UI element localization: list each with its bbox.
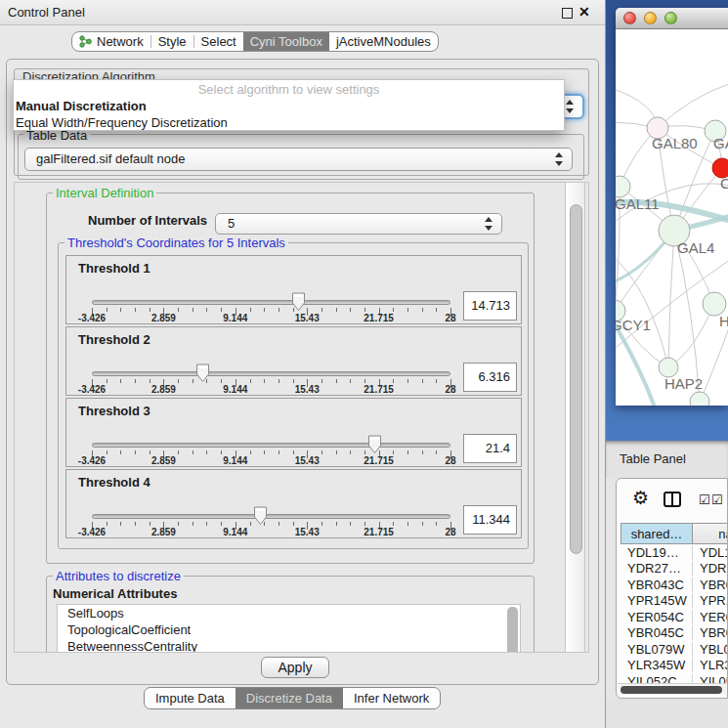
threshold-value-field[interactable]: 6.316 xyxy=(463,363,517,392)
threshold-value-field[interactable]: 21.4 xyxy=(463,434,517,463)
network-edge[interactable] xyxy=(668,231,674,367)
column-header-name[interactable]: name xyxy=(693,523,728,544)
network-icon xyxy=(79,35,92,48)
slider-tick xyxy=(293,379,294,383)
cell-shared-name[interactable]: YLR345W xyxy=(621,658,693,672)
threshold-slider-track[interactable] xyxy=(92,514,450,519)
dropdown-item-manual-discretization[interactable]: Manual Discretization xyxy=(14,98,564,114)
zoom-traffic-light[interactable] xyxy=(664,12,677,24)
cell-shared-name[interactable]: YBR043C xyxy=(621,578,693,592)
slider-tick xyxy=(293,522,294,526)
minimize-traffic-light[interactable] xyxy=(644,12,657,24)
gear-icon[interactable]: ⚙ xyxy=(632,487,649,509)
close-traffic-light[interactable] xyxy=(623,12,636,24)
tab-label: Select xyxy=(201,34,236,49)
attribute-item[interactable]: SelfLoops xyxy=(58,605,520,621)
cell-shared-name[interactable]: YBR045C xyxy=(621,625,693,640)
network-node-hap2[interactable] xyxy=(659,358,678,377)
number-of-intervals-combobox[interactable]: 5 xyxy=(215,213,502,235)
cell-name[interactable]: YBR043C xyxy=(693,578,728,592)
checkbox-icon[interactable]: ☑ xyxy=(699,492,710,507)
network-canvas[interactable]: GAL80GACGAL11GAL4GCY1HIHAP2 xyxy=(616,29,728,406)
table-row[interactable]: YER054CYER054C xyxy=(621,609,728,625)
table-row[interactable]: YDL19…YDL19 xyxy=(621,544,728,561)
slider-tick-label: 2.859 xyxy=(134,455,193,466)
threshold-slider-thumb[interactable] xyxy=(367,435,382,454)
threshold-slider-track[interactable] xyxy=(92,300,450,305)
float-window-icon[interactable] xyxy=(562,8,573,19)
split-table-icon[interactable] xyxy=(664,492,681,507)
table-row[interactable]: YPR145WYPR145W xyxy=(621,593,728,610)
tab-style[interactable]: Style xyxy=(151,32,193,51)
tab-infer-network[interactable]: Infer Network xyxy=(343,688,440,708)
dropdown-placeholder-item[interactable]: Select algorithm to view settings xyxy=(14,80,564,98)
table-row[interactable]: YBL079WYBL079W xyxy=(621,641,728,658)
threshold-3-panel: Threshold 3-3.4262.8599.14415.4321.71528… xyxy=(65,398,522,467)
tab-label: Style xyxy=(158,34,187,49)
close-icon[interactable]: ✕ xyxy=(578,4,590,20)
checkbox-icon[interactable]: ☑ xyxy=(711,492,723,507)
tab-impute-data[interactable]: Impute Data xyxy=(145,688,236,708)
slider-tick xyxy=(107,308,107,312)
threshold-slider-track[interactable] xyxy=(92,371,450,376)
tab-network[interactable]: Network xyxy=(72,32,150,51)
cell-name[interactable]: YDR27 xyxy=(693,561,728,576)
dropdown-item-equal-width[interactable]: Equal Width/Frequency Discretization xyxy=(14,114,564,131)
slider-tick xyxy=(264,379,265,383)
cell-name[interactable]: YLR345W xyxy=(693,658,728,672)
cell-name[interactable]: YPR145W xyxy=(693,593,728,608)
slider-tick xyxy=(178,450,179,454)
cell-name[interactable]: YBR045C xyxy=(693,625,728,640)
slider-tick xyxy=(293,450,294,454)
table-row[interactable]: YBR045CYBR045C xyxy=(621,625,728,642)
attribute-item[interactable]: TopologicalCoefficient xyxy=(58,621,520,638)
list-scrollbar[interactable] xyxy=(507,607,518,653)
slider-tick-label: 9.144 xyxy=(206,455,265,466)
table-row[interactable]: YBR043CYBR043C xyxy=(621,577,728,593)
tab-discretize-data[interactable]: Discretize Data xyxy=(236,688,343,708)
slider-tick-label: -3.426 xyxy=(63,384,121,395)
attribute-item[interactable]: BetweennessCentrality xyxy=(58,638,520,653)
network-edge[interactable] xyxy=(700,322,728,402)
slider-tick-label: 15.43 xyxy=(278,313,336,323)
threshold-slider-thumb[interactable] xyxy=(253,506,268,526)
threshold-value-field[interactable]: 14.713 xyxy=(463,291,517,321)
slider-tick-label: 15.43 xyxy=(278,384,336,395)
cell-shared-name[interactable]: YER054C xyxy=(621,610,693,624)
cell-shared-name[interactable]: YDL19… xyxy=(621,545,693,560)
tab-label: Network xyxy=(97,34,144,49)
slider-tick xyxy=(422,379,423,383)
settings-scrollbar-thumb[interactable] xyxy=(570,204,582,554)
threshold-slider-thumb[interactable] xyxy=(291,292,306,312)
algorithm-dropdown-popup: Select algorithm to view settings Manual… xyxy=(13,79,565,131)
apply-button[interactable]: Apply xyxy=(261,657,329,678)
cell-name[interactable]: YDL19 xyxy=(693,545,728,560)
tab-select[interactable]: Select xyxy=(194,32,243,51)
threshold-value-field[interactable]: 11.344 xyxy=(463,505,517,535)
cell-name[interactable]: YBL079W xyxy=(693,642,728,657)
slider-tick xyxy=(436,379,437,383)
cell-name[interactable]: YER054C xyxy=(693,610,728,624)
threshold-slider-thumb[interactable] xyxy=(195,364,210,383)
cell-shared-name[interactable]: YDR27… xyxy=(621,561,693,576)
slider-tick xyxy=(364,308,365,312)
column-header-shared-name[interactable]: shared… xyxy=(621,523,693,544)
table-hscrollbar-thumb[interactable] xyxy=(621,686,722,694)
numerical-attributes-list[interactable]: SelfLoopsTopologicalCoefficientBetweenne… xyxy=(57,604,521,653)
slider-tick xyxy=(178,522,179,526)
tab-jactivemnodules[interactable]: jActiveMNodules xyxy=(329,32,438,51)
network-window-titlebar[interactable] xyxy=(616,8,728,29)
table-hscrollbar-track[interactable] xyxy=(618,683,728,695)
network-node[interactable] xyxy=(690,392,709,406)
table-panel-body: ⚙ ☑ ☑ shared… name YDL19…YDL19YDR27…YDR2… xyxy=(616,478,728,699)
slider-tick xyxy=(350,379,351,383)
table-row[interactable]: YLR345WYLR345W xyxy=(621,658,728,674)
settings-scrollbar-track[interactable] xyxy=(565,183,585,653)
threshold-slider-track[interactable] xyxy=(92,443,450,448)
cell-shared-name[interactable]: YPR145W xyxy=(621,593,693,608)
tab-cyni-toolbox[interactable]: Cyni Toolbox xyxy=(243,32,329,51)
network-node-gal11[interactable] xyxy=(616,176,630,197)
table-row[interactable]: YDR27…YDR27 xyxy=(621,561,728,578)
table-data-combobox[interactable]: galFiltered.sif default node xyxy=(24,148,573,171)
cell-shared-name[interactable]: YBL079W xyxy=(621,642,693,657)
